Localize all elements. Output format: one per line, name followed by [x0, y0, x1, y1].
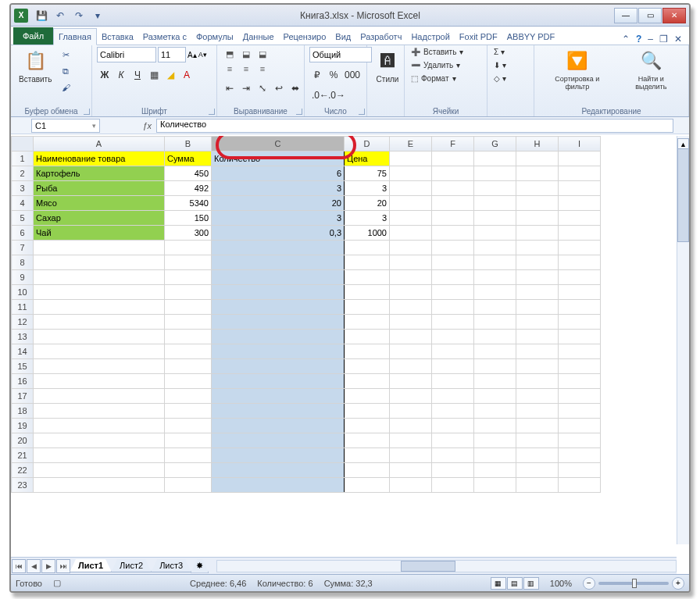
borders-button[interactable]: ▦ [146, 67, 162, 83]
sheet-nav-next[interactable]: ▶ [41, 559, 55, 573]
maximize-button[interactable]: ▭ [638, 8, 662, 23]
cell[interactable]: 492 [165, 181, 212, 196]
sort-filter-button[interactable]: 🔽 Сортировка и фильтр [539, 47, 616, 92]
col-header-I[interactable]: I [559, 137, 601, 152]
qat-dropdown[interactable]: ▾ [89, 8, 106, 23]
spreadsheet[interactable]: A B C D E F G H I 1 Наименование товара … [11, 136, 601, 493]
cell[interactable]: 150 [165, 211, 212, 226]
number-format-combo[interactable] [309, 47, 372, 62]
cell[interactable]: 5340 [165, 196, 212, 211]
minimize-button[interactable]: — [614, 8, 638, 23]
row-header-17[interactable]: 17 [12, 389, 34, 404]
horizontal-scrollbar[interactable] [216, 560, 677, 572]
sheet-nav-prev[interactable]: ◀ [27, 559, 41, 573]
row-header-9[interactable]: 9 [12, 270, 34, 285]
row-header-8[interactable]: 8 [12, 255, 34, 270]
view-page-break[interactable]: ▥ [523, 577, 539, 590]
cell[interactable]: 6 [212, 166, 345, 181]
font-size-combo[interactable] [158, 47, 186, 62]
styles-button[interactable]: 🅰 Стили [372, 47, 403, 85]
cell-A1[interactable]: Наименование товара [34, 152, 165, 166]
formula-input[interactable]: Количество [156, 119, 673, 133]
macro-record-icon[interactable]: ▢ [53, 578, 61, 588]
new-sheet-button[interactable]: ✸ [191, 559, 209, 573]
wrap-text-button[interactable]: ↩ [271, 80, 287, 96]
file-tab[interactable]: Файл [13, 27, 53, 45]
cell[interactable]: Чай [34, 226, 165, 241]
sheet-tab-2[interactable]: Лист2 [111, 559, 152, 572]
row-header-23[interactable]: 23 [12, 478, 34, 493]
row-header-12[interactable]: 12 [12, 315, 34, 330]
tab-data[interactable]: Данные [238, 29, 279, 45]
align-left[interactable]: ≡ [222, 62, 238, 76]
sheet-tab-1[interactable]: Лист1 [70, 559, 112, 572]
row-header-22[interactable]: 22 [12, 463, 34, 478]
help-icon[interactable]: ? [634, 34, 644, 45]
mdi-restore[interactable]: ❐ [657, 34, 670, 45]
align-top[interactable]: ⬒ [222, 47, 238, 61]
format-painter-button[interactable]: 🖌 [58, 80, 73, 95]
qat-save[interactable]: 💾 [33, 8, 50, 23]
align-middle[interactable]: ⬓ [238, 47, 254, 61]
fx-icon[interactable]: ƒx [105, 121, 152, 130]
align-center[interactable]: ≡ [238, 62, 254, 76]
col-header-B[interactable]: B [165, 137, 212, 152]
paste-button[interactable]: 📋 Вставить [16, 47, 55, 85]
view-normal[interactable]: ▦ [491, 577, 506, 590]
hscroll-thumb[interactable] [401, 561, 455, 572]
increase-decimal[interactable]: .0← [309, 87, 325, 103]
cell[interactable]: 3 [345, 181, 390, 196]
sheet-nav-first[interactable]: ⏮ [12, 559, 26, 573]
row-header-15[interactable]: 15 [12, 359, 34, 374]
align-bottom[interactable]: ⬓ [255, 47, 270, 61]
col-header-E[interactable]: E [390, 137, 432, 152]
tab-foxit[interactable]: Foxit PDF [455, 29, 502, 45]
row-header-2[interactable]: 2 [12, 166, 34, 181]
fill-button[interactable]: ⬇ ▾ [492, 60, 508, 70]
cell[interactable]: 0,3 [212, 226, 345, 241]
format-cells-button[interactable]: ⬚Формат ▾ [409, 73, 458, 84]
name-box-dropdown-icon[interactable]: ▾ [92, 122, 96, 130]
number-dialog-launcher[interactable] [359, 109, 365, 115]
cell[interactable]: Мясо [34, 196, 165, 211]
col-header-A[interactable]: A [34, 137, 165, 152]
cell[interactable]: 3 [212, 211, 345, 226]
copy-button[interactable]: ⧉ [58, 63, 73, 79]
clipboard-dialog-launcher[interactable] [84, 109, 90, 115]
grow-font-button[interactable]: A▴ [188, 51, 197, 59]
col-header-C[interactable]: C [212, 137, 345, 152]
percent-button[interactable]: % [326, 67, 341, 83]
cell[interactable]: 450 [165, 166, 212, 181]
cut-button[interactable]: ✂ [58, 47, 73, 62]
row-header-4[interactable]: 4 [12, 196, 34, 211]
autosum-button[interactable]: Σ ▾ [492, 47, 506, 57]
zoom-slider[interactable] [598, 582, 669, 585]
tab-developer[interactable]: Разработч [355, 29, 406, 45]
tab-formulas[interactable]: Формулы [191, 29, 238, 45]
view-page-layout[interactable]: ▤ [507, 577, 523, 590]
mdi-minimize[interactable]: – [645, 34, 655, 45]
decrease-indent[interactable]: ⇤ [222, 80, 238, 96]
cell[interactable]: 300 [165, 226, 212, 241]
find-select-button[interactable]: 🔍 Найти и выделить [619, 47, 684, 92]
zoom-handle[interactable] [632, 579, 637, 588]
row-header-21[interactable]: 21 [12, 448, 34, 463]
row-header-16[interactable]: 16 [12, 374, 34, 389]
tab-abbyy[interactable]: ABBYY PDF [502, 29, 560, 45]
comma-button[interactable]: 000 [342, 67, 358, 83]
vertical-scrollbar[interactable]: ▲ ▼ [677, 136, 689, 544]
tab-review[interactable]: Рецензиро [279, 29, 331, 45]
row-header-10[interactable]: 10 [12, 285, 34, 300]
tab-home[interactable]: Главная [53, 28, 97, 45]
row-header-18[interactable]: 18 [12, 404, 34, 419]
name-box[interactable]: C1 ▾ [31, 119, 100, 133]
insert-cells-button[interactable]: ➕Вставить ▾ [409, 47, 465, 57]
currency-button[interactable]: ₽ [309, 67, 325, 83]
cell-D1[interactable]: Цена [345, 152, 390, 166]
col-header-H[interactable]: H [516, 137, 559, 152]
qat-undo[interactable]: ↶ [52, 8, 69, 23]
zoom-in-button[interactable]: + [672, 577, 684, 590]
font-color-button[interactable]: A [179, 67, 195, 83]
clear-button[interactable]: ◇ ▾ [492, 73, 508, 84]
align-right[interactable]: ≡ [255, 62, 270, 76]
